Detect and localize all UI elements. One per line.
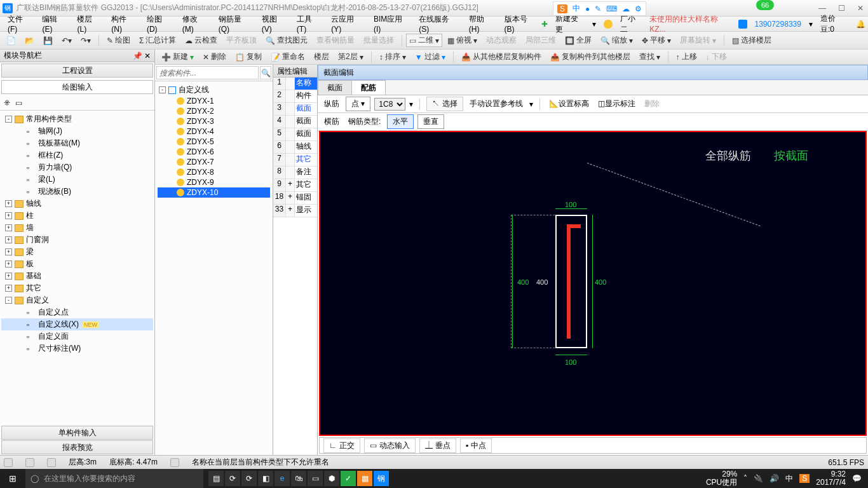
fullscreen-button[interactable]: 🔲全屏 (561, 34, 595, 47)
property-row[interactable]: 3截面 (273, 103, 317, 116)
property-row[interactable]: 9+其它 (273, 179, 317, 192)
component-root[interactable]: -自定义线 (158, 84, 270, 96)
tray-sogou-icon[interactable]: S (799, 474, 810, 483)
score-badge[interactable]: 66 (756, 0, 774, 10)
task-app-1[interactable]: ⟳ (225, 471, 240, 486)
tree-leaf[interactable]: ▫自定义点 (1, 306, 153, 318)
menu-tools[interactable]: 工具(T) (292, 14, 326, 34)
expand-icon[interactable]: + (5, 285, 12, 292)
expand-icon[interactable]: + (5, 261, 12, 268)
select-button[interactable]: ↖ 选择 (426, 97, 463, 111)
property-row[interactable]: 4截面 (273, 116, 317, 128)
row-expand[interactable]: + (286, 179, 295, 191)
flat-slab-button[interactable]: 平齐板顶 (222, 34, 261, 47)
start-button[interactable]: ⊞ (0, 473, 25, 484)
component-item[interactable]: ZDYX-9 (158, 177, 270, 187)
set-elevation-button[interactable]: 📐设置标高 (546, 98, 592, 109)
task-edge-icon[interactable]: e (275, 471, 290, 486)
status-icon-4[interactable] (170, 458, 179, 467)
expand-icon[interactable]: - (5, 297, 12, 304)
menu-help[interactable]: 帮助(H) (464, 14, 499, 34)
row-expand[interactable] (286, 154, 295, 166)
row-expand[interactable] (286, 128, 295, 140)
ime-gear-icon[interactable]: ⚙ (635, 4, 642, 13)
new-change-button[interactable]: 新建变更 (555, 13, 585, 35)
expand-icon[interactable]: + (5, 236, 12, 243)
phone-number[interactable]: 13907298339 (755, 20, 801, 29)
zoom-button[interactable]: 🔍缩放▾ (597, 34, 637, 47)
ortho-toggle[interactable]: ∟正交 (323, 438, 360, 453)
status-icon-3[interactable] (47, 458, 56, 467)
user-name[interactable]: 广小二 (620, 13, 642, 35)
rebar-vertical[interactable] (567, 224, 571, 339)
tree-node[interactable]: +其它 (1, 282, 153, 294)
menu-bim[interactable]: BIM应用(I) (369, 14, 414, 34)
orbit-button[interactable]: 动态观察 (482, 34, 520, 47)
property-row[interactable]: 18+锚固 (273, 192, 317, 205)
property-row[interactable]: 8备注 (273, 166, 317, 179)
menu-floor[interactable]: 楼层(L) (72, 14, 106, 34)
tree-node[interactable]: +墙 (1, 222, 153, 234)
tree-node[interactable]: +门窗洞 (1, 234, 153, 246)
save-icon[interactable]: 💾 (39, 35, 57, 46)
row-expand[interactable]: + (286, 205, 295, 217)
row-expand[interactable] (286, 166, 295, 179)
component-item[interactable]: ZDYX-8 (158, 167, 270, 177)
status-icon-2[interactable] (25, 458, 34, 467)
cloud-check-button[interactable]: ☁云检查 (181, 34, 221, 47)
property-row[interactable]: 7其它 (273, 154, 317, 166)
cpu-usage[interactable]: 29%CPU使用 (706, 470, 737, 487)
tray-power-icon[interactable]: 🔌 (754, 474, 763, 483)
minimize-button[interactable]: — (817, 3, 827, 13)
rotate-button[interactable]: 屏幕旋转▾ (676, 34, 720, 47)
menu-version[interactable]: 版本号(B) (499, 14, 542, 34)
component-item[interactable]: ZDYX-4 (158, 126, 270, 137)
show-dim-button[interactable]: ◫显示标注 (595, 98, 638, 109)
redo-icon[interactable]: ↷▾ (77, 35, 95, 46)
tray-volume-icon[interactable]: 🔊 (770, 474, 779, 483)
task-app-8[interactable]: 钢 (374, 471, 389, 486)
row-expand[interactable]: + (286, 192, 295, 204)
task-app-3[interactable]: ◧ (258, 471, 273, 486)
menu-rebar[interactable]: 钢筋量(Q) (214, 14, 257, 34)
expand-icon[interactable]: + (5, 200, 12, 207)
tree-leaf[interactable]: ▫现浇板(B) (1, 186, 153, 198)
2d-view-select[interactable]: ▭ 二维 ▾ (406, 34, 442, 47)
row-expand[interactable] (286, 116, 295, 128)
tree-node[interactable]: -常用构件类型 (1, 113, 153, 125)
property-row[interactable]: 2构件 (273, 90, 317, 103)
tab-section[interactable]: 截面 (318, 80, 352, 95)
property-row[interactable]: 1名称 (273, 78, 317, 90)
perp-snap-toggle[interactable]: ⏊垂点 (419, 438, 456, 453)
component-item[interactable]: ZDYX-6 (158, 147, 270, 157)
tray-notifications-icon[interactable]: 💬 (852, 474, 862, 483)
task-app-4[interactable]: ▭ (308, 471, 323, 486)
menu-modify[interactable]: 修改(M) (177, 14, 214, 34)
rebar-size-select[interactable]: 1C8 (374, 98, 405, 111)
tree-leaf[interactable]: ▫剪力墙(Q) (1, 161, 153, 173)
menu-online[interactable]: 在线服务(S) (414, 14, 464, 34)
tree-leaf[interactable]: ▫自定义线(X)NEW (1, 318, 153, 330)
expand-icon[interactable]: + (5, 212, 12, 219)
menu-view[interactable]: 视图(V) (257, 14, 292, 34)
row-expand[interactable] (286, 78, 295, 90)
row-expand[interactable] (286, 103, 295, 115)
tab-draw-input[interactable]: 绘图输入 (1, 80, 153, 94)
sum-button[interactable]: Σ 汇总计算 (135, 34, 180, 47)
tree-leaf[interactable]: ▫自定义面 (1, 330, 153, 342)
expand-icon[interactable]: + (5, 248, 12, 255)
tab-single-input[interactable]: 单构件输入 (1, 426, 153, 440)
search-input[interactable] (156, 66, 259, 79)
horizontal-button[interactable]: 水平 (387, 114, 414, 129)
tab-rebar[interactable]: 配筋 (351, 80, 386, 95)
ime-mic-icon[interactable]: ● (585, 4, 590, 13)
menu-cloud[interactable]: 云应用(Y) (326, 14, 369, 34)
top-view-button[interactable]: ▦俯视▾ (444, 34, 481, 47)
dropdown-icon[interactable]: ▾ (592, 20, 596, 29)
expand-icon[interactable]: - (159, 86, 166, 93)
component-item[interactable]: ZDYX-5 (158, 137, 270, 147)
tree-leaf[interactable]: ▫框柱(Z) (1, 149, 153, 161)
mini-tool-2[interactable]: ▭ (15, 98, 22, 107)
tree-node[interactable]: +板 (1, 258, 153, 270)
task-store-icon[interactable]: 🛍 (291, 471, 306, 486)
